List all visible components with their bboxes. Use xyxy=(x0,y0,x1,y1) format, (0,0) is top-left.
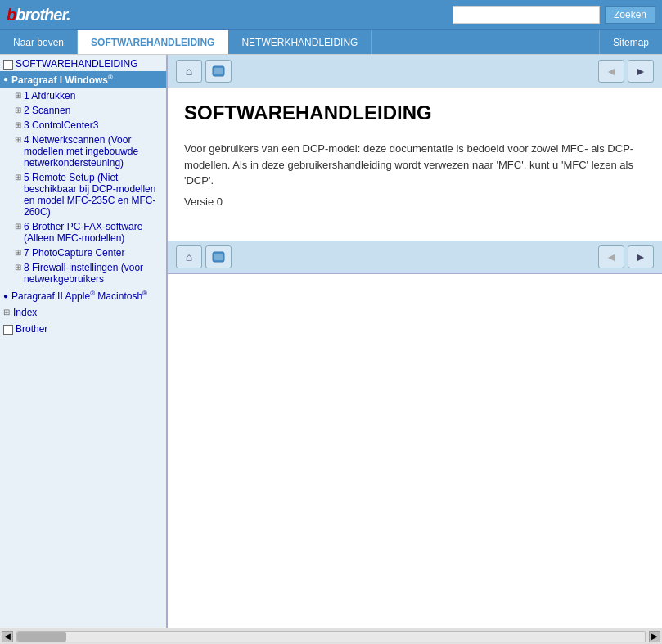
prev-button[interactable]: ◄ xyxy=(598,60,624,83)
expand-icon-ch7: ⊞ xyxy=(15,248,21,257)
search-button[interactable]: Zoeken xyxy=(605,6,655,24)
logo: bbrother. xyxy=(7,4,70,25)
sidebar-item-brother[interactable]: Brother xyxy=(0,320,166,336)
next-button[interactable]: ► xyxy=(628,60,654,83)
navbar: Naar boven SOFTWAREHANDLEIDING NETWERKHA… xyxy=(0,29,662,54)
sidebar: SOFTWAREHANDLEIDING ● Paragraaf I Window… xyxy=(0,55,168,628)
expand-icon-ch6: ⊞ xyxy=(15,222,21,231)
sidebar-item-paragraaf2[interactable]: ● Paragraaf II Apple® Macintosh® xyxy=(0,286,166,304)
content-toolbar-bottom: ⌂ ◄ ► xyxy=(168,241,662,274)
svg-rect-3 xyxy=(214,254,223,260)
sidebar-label-ch1: 1 Afdrukken xyxy=(24,90,75,101)
sidebar-item-ch5[interactable]: ⊞ 5 Remote Setup (Niet beschikbaar bij D… xyxy=(13,170,166,219)
content-version: Versie 0 xyxy=(184,196,646,208)
content-description: Voor gebruikers van een DCP-model: deze … xyxy=(184,141,646,189)
expand-icon-ch1: ⊞ xyxy=(15,91,21,100)
toolbar-icons-bottom-left: ⌂ xyxy=(176,245,232,268)
content-toolbar-top: ⌂ ◄ ► xyxy=(168,55,662,88)
expand-icon-ch4: ⊞ xyxy=(15,135,21,144)
sitemap-button[interactable]: Sitemap xyxy=(599,30,662,54)
search-input[interactable] xyxy=(453,6,600,24)
sidebar-label-ch7: 7 PhotoCapture Center xyxy=(24,247,124,259)
sidebar-item-index[interactable]: ⊞ Index xyxy=(0,304,166,320)
home-button[interactable]: ⌂ xyxy=(176,60,202,83)
prev-button-bottom[interactable]: ◄ xyxy=(598,245,624,268)
content-body: SOFTWAREHANDLEIDING Voor gebruikers van … xyxy=(168,88,662,224)
next-button-bottom[interactable]: ► xyxy=(628,245,654,268)
software-tab[interactable]: SOFTWAREHANDLEIDING xyxy=(78,30,228,54)
toc-icon xyxy=(211,64,226,79)
sidebar-label-brother: Brother xyxy=(16,323,47,335)
sidebar-label-ch8: 8 Firewall-instellingen (voor netwerkgeb… xyxy=(24,262,164,285)
content-inner: ⌂ ◄ ► SOFTWAREHANDLEIDING Voor gebrui xyxy=(168,55,662,274)
expand-icon-ch2: ⊞ xyxy=(15,106,21,115)
toolbar-icons-left: ⌂ xyxy=(176,60,232,83)
search-area: Zoeken xyxy=(453,6,655,24)
scroll-thumb[interactable] xyxy=(17,632,66,642)
sidebar-item-ch8[interactable]: ⊞ 8 Firewall-instellingen (voor netwerkg… xyxy=(13,260,166,286)
content-area: ⌂ ◄ ► SOFTWAREHANDLEIDING Voor gebrui xyxy=(168,55,662,628)
sidebar-label-ch6: 6 Brother PC-FAX-software (Alleen MFC-mo… xyxy=(24,221,164,244)
expand-icon-ch3: ⊞ xyxy=(15,120,21,129)
expand-icon-ch8: ⊞ xyxy=(15,263,21,272)
sidebar-item-ch6[interactable]: ⊞ 6 Brother PC-FAX-software (Alleen MFC-… xyxy=(13,219,166,245)
sidebar-item-ch1[interactable]: ⊞ 1 Afdrukken xyxy=(13,88,166,103)
sidebar-label-ch4: 4 Netwerkscannen (Voor modellen met inge… xyxy=(24,134,164,169)
checkbox-icon-brother xyxy=(3,325,13,335)
checkbox-icon xyxy=(3,60,13,70)
header: bbrother. Zoeken xyxy=(0,0,662,29)
scroll-left-button[interactable]: ◄ xyxy=(2,631,13,642)
toolbar-nav-right: ◄ ► xyxy=(598,60,654,83)
sidebar-children-paragraaf1: ⊞ 1 Afdrukken ⊞ 2 Scannen ⊞ 3 ControlCen… xyxy=(0,88,166,286)
svg-rect-1 xyxy=(214,68,223,74)
toc-button[interactable] xyxy=(205,60,232,83)
toc-button-bottom[interactable] xyxy=(205,245,232,268)
sidebar-label: SOFTWAREHANDLEIDING xyxy=(16,58,138,70)
network-tab[interactable]: NETWERKHANDLEIDING xyxy=(228,30,372,54)
circle-icon: ● xyxy=(3,74,8,83)
toolbar-nav-bottom-right: ◄ ► xyxy=(598,245,654,268)
circle-icon-2: ● xyxy=(3,291,8,300)
sidebar-label-ch5: 5 Remote Setup (Niet beschikbaar bij DCP… xyxy=(24,172,164,218)
content-title: SOFTWAREHANDLEIDING xyxy=(184,101,646,124)
sidebar-item-ch4[interactable]: ⊞ 4 Netwerkscannen (Voor modellen met in… xyxy=(13,133,166,170)
home-button-bottom[interactable]: ⌂ xyxy=(176,245,202,268)
sidebar-label-ch2: 2 Scannen xyxy=(24,105,70,116)
sidebar-item-ch3[interactable]: ⊞ 3 ControlCenter3 xyxy=(13,118,166,133)
scroll-right-button[interactable]: ► xyxy=(649,631,660,642)
sidebar-item-paragraaf1[interactable]: ● Paragraaf I Windows® xyxy=(0,71,166,88)
sidebar-item-ch2[interactable]: ⊞ 2 Scannen xyxy=(13,103,166,118)
logo-text: bbrother. xyxy=(7,6,70,24)
sidebar-label-paragraaf2: Paragraaf II Apple® Macintosh® xyxy=(11,290,147,302)
main-layout: SOFTWAREHANDLEIDING ● Paragraaf I Window… xyxy=(0,54,662,628)
sidebar-item-ch7[interactable]: ⊞ 7 PhotoCapture Center xyxy=(13,245,166,260)
sidebar-item-softwarehandleiding[interactable]: SOFTWAREHANDLEIDING xyxy=(0,55,166,71)
back-button[interactable]: Naar boven xyxy=(0,30,78,54)
toc-icon-bottom xyxy=(211,250,226,264)
sidebar-label-paragraaf1: Paragraaf I Windows® xyxy=(11,74,113,86)
expand-icon-index: ⊞ xyxy=(3,308,10,317)
horizontal-scrollbar: ◄ ► xyxy=(0,628,662,644)
scroll-track[interactable] xyxy=(16,631,646,642)
expand-icon-ch5: ⊞ xyxy=(15,173,21,182)
sidebar-label-ch3: 3 ControlCenter3 xyxy=(24,119,98,131)
sidebar-label-index: Index xyxy=(13,307,37,318)
